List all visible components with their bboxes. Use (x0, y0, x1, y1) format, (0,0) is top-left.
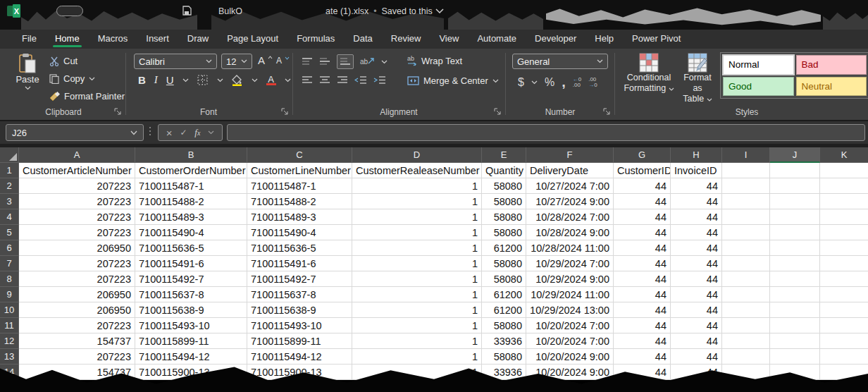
italic-button[interactable]: I (154, 74, 158, 86)
cell-D3[interactable]: 1 (352, 194, 482, 209)
cell-D5[interactable]: 1 (352, 225, 482, 240)
cell-E12[interactable]: 33936 (482, 333, 526, 349)
conditional-formatting-button[interactable]: ConditionalFormatting (621, 53, 676, 94)
cell-A13[interactable]: 207223 (19, 349, 135, 365)
cell-C8[interactable]: 7100115492-7 (247, 271, 352, 287)
cell-H6[interactable]: 44 (671, 240, 722, 256)
cell-B6[interactable]: 7100115636-5 (135, 240, 247, 256)
cell-G6[interactable]: 44 (614, 240, 671, 256)
cell-B11[interactable]: 7100115493-10 (135, 318, 247, 333)
cell-K13[interactable] (820, 349, 868, 365)
tab-automate[interactable]: Automate (468, 30, 526, 49)
cell-F12[interactable]: 10/20/2024 7:00 (526, 333, 614, 349)
cell-E4[interactable]: 58080 (482, 209, 526, 225)
cell-F11[interactable]: 10/20/2024 7:00 (526, 318, 614, 333)
cell-C6[interactable]: 7100115636-5 (247, 240, 352, 256)
cell-G4[interactable]: 44 (614, 209, 671, 225)
cell-E1[interactable]: Quantity (482, 163, 526, 178)
cell-E10[interactable]: 61200 (482, 302, 526, 318)
cell-B1[interactable]: CustomerOrderNumber (135, 163, 247, 178)
row-header-6[interactable]: 6 (0, 240, 19, 256)
comma-format-button[interactable]: , (562, 74, 566, 90)
cell-J13[interactable] (770, 349, 820, 365)
cell-I9[interactable] (722, 287, 770, 302)
borders-icon[interactable] (197, 75, 209, 86)
name-box-chevron-icon[interactable] (130, 130, 137, 135)
cell-C4[interactable]: 7100115489-3 (247, 209, 352, 225)
cell-E13[interactable]: 58080 (482, 349, 526, 365)
tab-home[interactable]: Home (46, 30, 89, 49)
format-as-table-button[interactable]: Format asTable (678, 53, 717, 104)
cell-K5[interactable] (820, 225, 868, 240)
cell-B3[interactable]: 7100115488-2 (135, 194, 247, 209)
cell-F4[interactable]: 10/28/2024 7:00 (526, 209, 614, 225)
orientation-icon[interactable]: ab (360, 58, 375, 66)
cell-E6[interactable]: 61200 (482, 240, 526, 256)
cell-J9[interactable] (770, 287, 820, 302)
font-name-select[interactable]: Calibri (134, 54, 217, 69)
cell-F8[interactable]: 10/29/2024 9:00 (526, 271, 614, 287)
cell-B13[interactable]: 7100115494-12 (135, 349, 247, 365)
cell-K8[interactable] (820, 271, 868, 287)
cell-A10[interactable]: 206950 (19, 302, 135, 318)
column-header-J[interactable]: J (770, 147, 820, 163)
column-header-K[interactable]: K (820, 147, 868, 163)
cell-K10[interactable] (820, 302, 868, 318)
cell-J2[interactable] (770, 178, 820, 194)
cell-F10[interactable]: 10/29/2024 13:00 (526, 302, 614, 318)
cell-C3[interactable]: 7100115488-2 (247, 194, 352, 209)
cell-I7[interactable] (722, 256, 770, 271)
cell-F13[interactable]: 10/20/2024 9:00 (526, 349, 614, 365)
cell-H10[interactable]: 44 (671, 302, 722, 318)
cell-A7[interactable]: 207223 (19, 256, 135, 271)
column-header-D[interactable]: D (352, 147, 482, 163)
cell-D1[interactable]: CustomerRealeaseNumber (352, 163, 482, 178)
fx-chevron-icon[interactable] (208, 130, 214, 135)
row-header-4[interactable]: 4 (0, 209, 19, 225)
orientation-chevron-icon[interactable] (381, 60, 388, 64)
column-header-E[interactable]: E (482, 147, 526, 163)
cell-A1[interactable]: CustomerArticleNumber (19, 163, 135, 178)
cell-C12[interactable]: 7100115899-11 (247, 333, 352, 349)
cell-B9[interactable]: 7100115637-8 (135, 287, 247, 302)
cell-E11[interactable]: 58080 (482, 318, 526, 333)
column-header-C[interactable]: C (247, 147, 352, 163)
cell-D8[interactable]: 1 (352, 271, 482, 287)
cell-D11[interactable]: 1 (352, 318, 482, 333)
cell-J7[interactable] (770, 256, 820, 271)
cell-D12[interactable]: 1 (352, 333, 482, 349)
percent-format-button[interactable]: % (545, 76, 554, 89)
cell-J10[interactable] (770, 302, 820, 318)
tab-insert[interactable]: Insert (137, 30, 178, 49)
cell-A11[interactable]: 207223 (19, 318, 135, 333)
cell-H7[interactable]: 44 (671, 256, 722, 271)
tab-draw[interactable]: Draw (178, 30, 218, 49)
cell-A6[interactable]: 206950 (19, 240, 135, 256)
wrap-text-button[interactable]: ab Wrap Text (407, 56, 462, 66)
column-header-A[interactable]: A (19, 147, 135, 163)
formula-input[interactable] (227, 124, 865, 141)
cell-I8[interactable] (722, 271, 770, 287)
cell-A5[interactable]: 207223 (19, 225, 135, 240)
cell-G1[interactable]: CustomerID (614, 163, 671, 178)
column-header-G[interactable]: G (614, 147, 671, 163)
cell-F5[interactable]: 10/28/2024 9:00 (526, 225, 614, 240)
cell-A4[interactable]: 207223 (19, 209, 135, 225)
clipboard-dialog-launcher-icon[interactable] (114, 108, 123, 116)
format-painter-button[interactable]: Format Painter (49, 91, 125, 102)
cell-H1[interactable]: InvoiceID (671, 163, 722, 178)
cell-K11[interactable] (820, 318, 868, 333)
cell-I3[interactable] (722, 194, 770, 209)
cell-H2[interactable]: 44 (671, 178, 722, 194)
font-color-icon[interactable]: A (266, 75, 276, 85)
cell-A3[interactable]: 207223 (19, 194, 135, 209)
align-left-icon[interactable] (302, 75, 313, 85)
cell-C1[interactable]: CustomerLineNumber (247, 163, 352, 178)
font-color-chevron-icon[interactable] (285, 78, 291, 82)
cell-G12[interactable]: 44 (614, 333, 671, 349)
autosave-toggle[interactable] (56, 6, 83, 16)
cell-F1[interactable]: DeliveryDate (526, 163, 614, 178)
cell-C11[interactable]: 7100115493-10 (247, 318, 352, 333)
align-bottom-icon[interactable] (337, 54, 354, 69)
row-header-2[interactable]: 2 (0, 178, 19, 194)
